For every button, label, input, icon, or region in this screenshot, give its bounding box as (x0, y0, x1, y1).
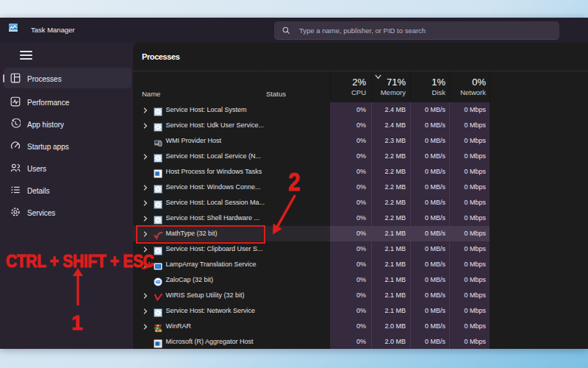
svg-text:Zalo: Zalo (156, 280, 160, 283)
